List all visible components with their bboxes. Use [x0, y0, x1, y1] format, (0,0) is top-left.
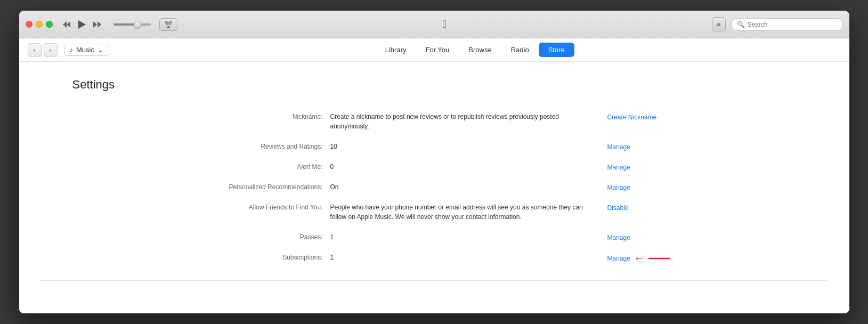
alert-manage-link[interactable]: Manage: [607, 164, 630, 171]
nav-tabs: Library For You Browse Radio Store: [109, 43, 841, 57]
personalized-action: Manage: [607, 182, 687, 192]
search-icon: 🔍: [737, 21, 745, 28]
settings-row-friends: Allow Friends to Find You: People who ha…: [181, 197, 687, 227]
subscriptions-annotation: Manage ←: [607, 253, 675, 264]
settings-row-reviews: Reviews and Ratings: 10 Manage: [181, 136, 687, 157]
transport-controls: [61, 19, 103, 30]
nickname-value: Create a nickname to post new reviews or…: [330, 112, 607, 131]
list-icon: ≡: [717, 20, 721, 28]
create-nickname-link[interactable]: Create Nickname: [607, 114, 657, 121]
reviews-value: 10: [330, 142, 607, 151]
search-input[interactable]: [748, 21, 837, 28]
subscriptions-label: Subscriptions:: [181, 253, 330, 262]
passes-action: Manage: [607, 232, 687, 242]
svg-marker-4: [98, 21, 101, 28]
titlebar-right: ≡ 🔍: [712, 17, 843, 31]
list-view-button[interactable]: ≡: [712, 17, 726, 31]
passes-manage-link[interactable]: Manage: [607, 234, 630, 241]
nav-arrows: ‹ ›: [28, 43, 58, 57]
alert-action: Manage: [607, 162, 687, 172]
navbar: ‹ › ♪ Music ⌄ Library For You Browse Rad…: [19, 38, 849, 62]
tab-for-you[interactable]: For You: [416, 43, 459, 57]
svg-marker-0: [63, 21, 67, 28]
svg-marker-3: [93, 21, 97, 28]
alert-label: Alert Me:: [181, 162, 330, 172]
svg-marker-1: [67, 21, 70, 28]
main-content: Settings Nickname: Create a nickname to …: [19, 62, 849, 313]
minimize-button[interactable]: [36, 21, 43, 28]
settings-row-nickname: Nickname: Create a nickname to post new …: [181, 107, 687, 136]
tab-browse[interactable]: Browse: [459, 43, 501, 57]
subscriptions-manage-link[interactable]: Manage: [607, 255, 630, 262]
tab-library[interactable]: Library: [376, 43, 416, 57]
nickname-action: Create Nickname: [607, 112, 687, 122]
reviews-label: Reviews and Ratings:: [181, 142, 330, 151]
personalized-value: On: [330, 182, 607, 192]
passes-label: Passes:: [181, 232, 330, 242]
search-bar[interactable]: 🔍: [731, 18, 843, 31]
chevron-up-down-icon: ⌄: [98, 46, 103, 54]
passes-value: 1: [330, 232, 607, 242]
settings-row-alert: Alert Me: 0 Manage: [181, 157, 687, 177]
settings-row-passes: Passes: 1 Manage: [181, 227, 687, 247]
alert-value: 0: [330, 162, 607, 172]
maximize-button[interactable]: [46, 21, 53, 28]
nickname-label: Nickname:: [181, 112, 330, 122]
settings-row-personalized: Personalized Recommendations: On Manage: [181, 177, 687, 197]
forward-button[interactable]: ›: [44, 43, 58, 57]
reviews-manage-link[interactable]: Manage: [607, 143, 630, 151]
friends-value: People who have your phone number or ema…: [330, 203, 607, 222]
settings-title: Settings: [72, 78, 828, 92]
airplay-button[interactable]: [159, 18, 177, 31]
itunes-window:  ≡ 🔍 ‹ › ♪ Music ⌄ Library For You Brow…: [19, 10, 850, 314]
music-select[interactable]: ♪ Music ⌄: [64, 44, 109, 56]
music-select-label: Music: [76, 46, 94, 54]
rewind-button[interactable]: [61, 20, 72, 29]
volume-slider[interactable]: [113, 23, 151, 26]
red-arrow-annotation: ←: [634, 253, 645, 264]
subscriptions-value: 1: [330, 253, 607, 262]
tab-store[interactable]: Store: [539, 43, 574, 57]
back-button[interactable]: ‹: [28, 43, 42, 57]
bottom-divider: [40, 280, 828, 281]
music-note-icon: ♪: [70, 46, 74, 54]
traffic-lights: [26, 21, 53, 28]
personalized-manage-link[interactable]: Manage: [607, 184, 630, 191]
titlebar:  ≡ 🔍: [19, 11, 849, 38]
svg-marker-2: [78, 20, 86, 29]
friends-label: Allow Friends to Find You:: [181, 203, 330, 212]
close-button[interactable]: [26, 21, 33, 28]
friends-action: Disable: [607, 203, 687, 212]
apple-logo: : [442, 18, 446, 30]
titlebar-center: : [182, 18, 708, 30]
reviews-action: Manage: [607, 142, 687, 151]
play-button[interactable]: [77, 19, 87, 30]
personalized-label: Personalized Recommendations:: [181, 182, 330, 192]
settings-row-subscriptions: Subscriptions: 1 Manage ←: [181, 247, 687, 270]
fast-forward-button[interactable]: [92, 20, 103, 29]
tab-radio[interactable]: Radio: [501, 43, 539, 57]
friends-disable-link[interactable]: Disable: [607, 204, 629, 212]
arrow-line-icon: [648, 254, 675, 263]
subscriptions-action: Manage ←: [607, 253, 687, 264]
